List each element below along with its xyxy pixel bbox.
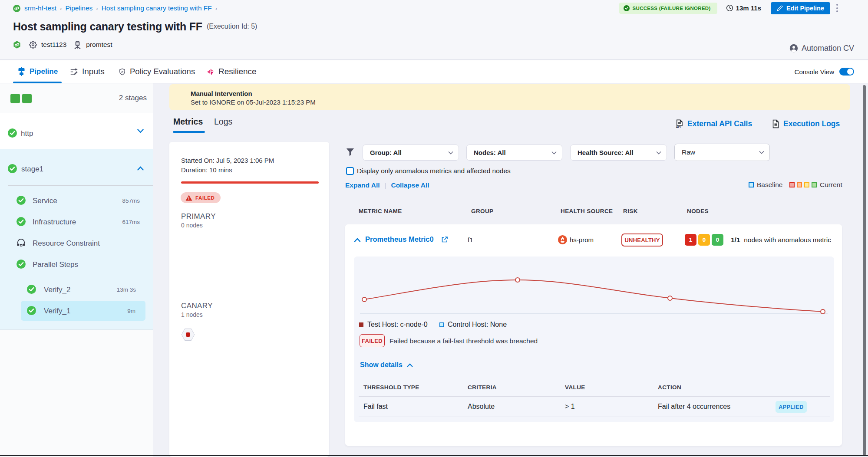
svg-text:API: API — [676, 125, 681, 128]
